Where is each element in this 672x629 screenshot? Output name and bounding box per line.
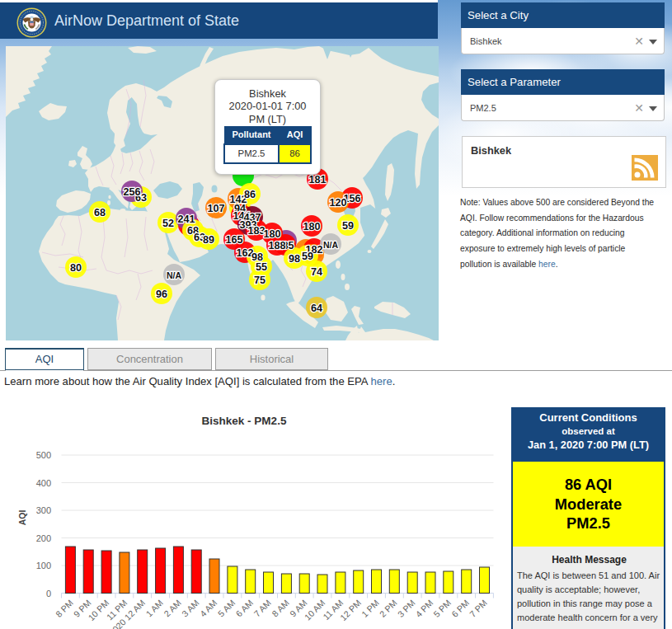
- svg-text:55: 55: [256, 261, 267, 273]
- svg-text:64: 64: [311, 303, 322, 314]
- svg-text:107: 107: [207, 203, 224, 214]
- svg-text:0: 0: [46, 589, 51, 598]
- svg-text:6 AM: 6 AM: [234, 598, 256, 619]
- svg-text:10 AM: 10 AM: [303, 598, 327, 622]
- svg-text:12 PM: 12 PM: [338, 598, 363, 622]
- svg-text:400: 400: [36, 478, 51, 488]
- svg-text:256: 256: [123, 186, 140, 198]
- svg-text:5 PM: 5 PM: [431, 598, 453, 619]
- svg-text:N/A: N/A: [323, 240, 339, 250]
- svg-text:AQI: AQI: [17, 510, 27, 526]
- svg-text:4 PM: 4 PM: [413, 598, 435, 619]
- svg-text:Bishkek - PM2.5: Bishkek - PM2.5: [202, 415, 287, 427]
- svg-text:165: 165: [225, 234, 242, 246]
- svg-text:N/A: N/A: [167, 270, 182, 280]
- svg-text:52: 52: [162, 218, 174, 229]
- svg-text:183: 183: [247, 225, 265, 237]
- svg-text:8 PM: 8 PM: [54, 598, 75, 619]
- svg-text:80: 80: [70, 262, 82, 274]
- svg-text:6 PM: 6 PM: [449, 598, 471, 619]
- svg-text:180: 180: [263, 228, 280, 240]
- svg-text:68: 68: [94, 207, 106, 218]
- svg-text:59: 59: [302, 251, 313, 262]
- svg-text:3 PM: 3 PM: [396, 598, 417, 619]
- svg-text:96: 96: [156, 289, 167, 300]
- svg-text:100: 100: [36, 561, 51, 570]
- svg-text:74: 74: [311, 266, 322, 278]
- svg-text:1 AM: 1 AM: [143, 598, 165, 619]
- svg-text:300: 300: [36, 505, 51, 515]
- svg-text:241: 241: [177, 214, 195, 225]
- svg-text:120: 120: [329, 197, 346, 209]
- svg-text:500: 500: [36, 450, 51, 460]
- svg-text:5 AM: 5 AM: [216, 598, 237, 619]
- svg-text:2 AM: 2 AM: [162, 598, 183, 619]
- svg-text:181: 181: [308, 174, 326, 185]
- svg-text:180: 180: [303, 221, 320, 232]
- svg-text:200: 200: [36, 533, 51, 543]
- svg-text:3 AM: 3 AM: [180, 598, 201, 619]
- svg-text:188: 188: [268, 240, 285, 251]
- svg-text:1 PM: 1 PM: [359, 598, 381, 619]
- svg-text:2 PM: 2 PM: [378, 598, 399, 619]
- svg-text:75: 75: [254, 275, 266, 286]
- svg-text:7 AM: 7 AM: [251, 598, 273, 619]
- svg-text:4 AM: 4 AM: [198, 598, 219, 619]
- svg-text:89: 89: [203, 234, 214, 246]
- svg-text:59: 59: [342, 220, 354, 232]
- svg-text:8 AM: 8 AM: [270, 598, 291, 619]
- svg-text:86: 86: [244, 189, 256, 200]
- svg-text:7 PM: 7 PM: [468, 598, 489, 619]
- svg-text:98: 98: [289, 253, 300, 265]
